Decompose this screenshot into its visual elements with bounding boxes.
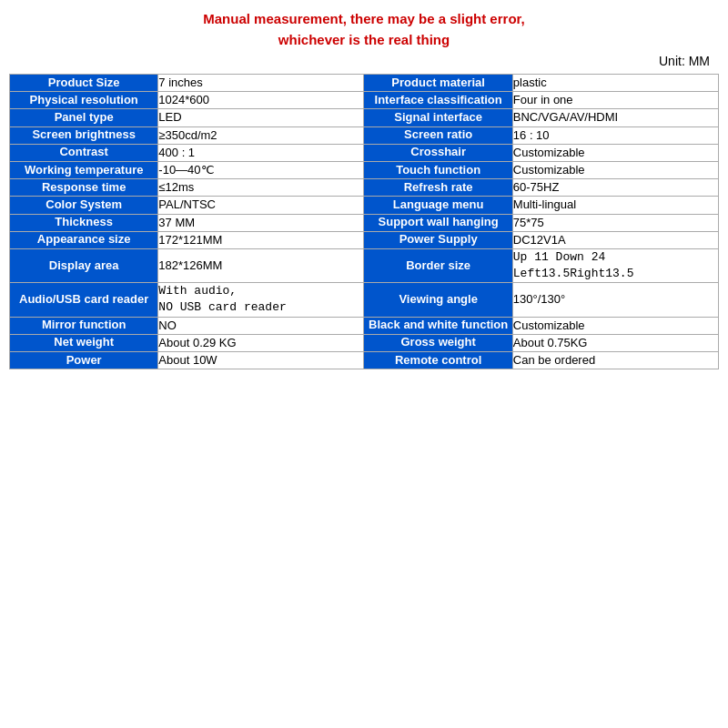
left-value-6: ≤12ms: [158, 179, 364, 197]
right-label-3: Screen ratio: [364, 126, 512, 144]
right-value-9: DC12V1A: [512, 231, 718, 248]
left-value-4: 400 : 1: [158, 144, 364, 161]
right-label-6: Refresh rate: [364, 179, 512, 197]
right-label-11: Viewing angle: [364, 283, 512, 317]
left-value-10: 182*126MM: [158, 248, 364, 282]
left-label-1: Physical resolution: [10, 92, 158, 109]
left-value-11: With audio,NO USB card reader: [158, 283, 364, 317]
left-label-3: Screen brightness: [10, 126, 158, 144]
specs-table: Product Size7 inchesProduct materialplas…: [9, 74, 719, 369]
right-label-10: Border size: [364, 248, 512, 282]
left-label-9: Appearance size: [10, 231, 158, 248]
right-value-7: Multi-lingual: [512, 197, 718, 214]
left-value-5: -10—40℃: [158, 161, 364, 178]
right-label-4: Crosshair: [364, 144, 512, 161]
left-label-5: Working temperature: [10, 161, 158, 178]
unit-line: Unit: MM: [9, 54, 719, 68]
left-value-7: PAL/NTSC: [158, 197, 364, 214]
left-value-3: ≥350cd/m2: [158, 126, 364, 144]
right-label-7: Language menu: [364, 197, 512, 214]
right-value-3: 16 : 10: [512, 126, 718, 144]
left-value-12: NO: [158, 317, 364, 334]
left-label-12: Mirror function: [10, 317, 158, 334]
left-value-9: 172*121MM: [158, 231, 364, 248]
left-value-8: 37 MM: [158, 214, 364, 231]
right-value-8: 75*75: [512, 214, 718, 231]
header-note: Manual measurement, there may be a sligh…: [9, 9, 719, 50]
left-value-2: LED: [158, 109, 364, 126]
left-label-10: Display area: [10, 248, 158, 282]
right-value-6: 60-75HZ: [512, 179, 718, 197]
right-value-4: Customizable: [512, 144, 718, 161]
left-value-13: About 0.29 KG: [158, 334, 364, 351]
right-value-2: BNC/VGA/AV/HDMI: [512, 109, 718, 126]
left-label-11: Audio/USB card reader: [10, 283, 158, 317]
right-label-5: Touch function: [364, 161, 512, 178]
header-line1: Manual measurement, there may be a sligh…: [9, 9, 719, 30]
left-value-14: About 10W: [158, 352, 364, 369]
right-value-1: Four in one: [512, 92, 718, 109]
right-value-14: Can be ordered: [512, 352, 718, 369]
right-value-11: 130°/130°: [512, 283, 718, 317]
right-value-13: About 0.75KG: [512, 334, 718, 351]
right-value-5: Customizable: [512, 161, 718, 178]
left-value-1: 1024*600: [158, 92, 364, 109]
right-label-1: Interface classification: [364, 92, 512, 109]
left-label-4: Contrast: [10, 144, 158, 161]
right-label-2: Signal interface: [364, 109, 512, 126]
right-label-9: Power Supply: [364, 231, 512, 248]
right-label-0: Product material: [364, 75, 512, 92]
left-label-2: Panel type: [10, 109, 158, 126]
left-value-0: 7 inches: [158, 75, 364, 92]
right-value-0: plastic: [512, 75, 718, 92]
left-label-8: Thickness: [10, 214, 158, 231]
right-label-12: Black and white function: [364, 317, 512, 334]
left-label-13: Net weight: [10, 334, 158, 351]
right-value-12: Customizable: [512, 317, 718, 334]
right-label-14: Remote control: [364, 352, 512, 369]
left-label-0: Product Size: [10, 75, 158, 92]
header-line2: whichever is the real thing: [9, 30, 719, 51]
right-label-8: Support wall hanging: [364, 214, 512, 231]
right-label-13: Gross weight: [364, 334, 512, 351]
left-label-6: Response time: [10, 179, 158, 197]
left-label-14: Power: [10, 352, 158, 369]
left-label-7: Color System: [10, 197, 158, 214]
right-value-10: Up 11 Down 24Left13.5Right13.5: [512, 248, 718, 282]
